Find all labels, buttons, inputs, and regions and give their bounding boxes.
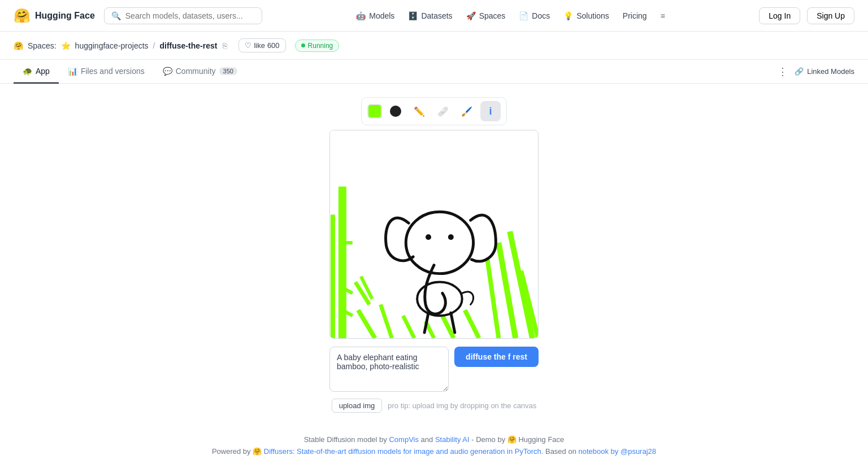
footer: Stable Diffusion model by CompVis and St… [198, 435, 670, 468]
footer-line2: Powered by 🤗 Diffusers: State-of-the-art… [212, 447, 656, 456]
info-icon: i [489, 106, 492, 117]
status-badge: Running [295, 40, 340, 52]
datasets-icon: 🗄️ [408, 11, 418, 20]
drawing-canvas[interactable] [329, 130, 539, 339]
search-input[interactable] [125, 11, 255, 20]
breadcrumb-owner-icon: ⭐ [61, 41, 71, 50]
eraser-icon: 🩹 [437, 106, 449, 117]
nav-spaces[interactable]: 🚀Spaces [466, 11, 506, 20]
community-tab-icon: 💬 [163, 67, 172, 76]
footer-and: and [419, 435, 435, 444]
footer-prefix: Stable Diffusion model by [304, 435, 389, 444]
linked-models-button[interactable]: 🔗 Linked Models [795, 67, 854, 76]
signup-button[interactable]: Sign Up [807, 7, 854, 24]
footer-line1: Stable Diffusion model by CompVis and St… [212, 435, 656, 444]
docs-icon: 📄 [519, 11, 528, 20]
nav-links: 🤖Models 🗄️Datasets 🚀Spaces 📄Docs 💡Soluti… [356, 11, 665, 20]
nav-left: 🤗 Hugging Face 🔍 [14, 7, 262, 24]
pencil-tool[interactable]: ✏️ [409, 101, 429, 121]
diffuse-button[interactable]: diffuse the f rest [454, 347, 539, 367]
diffusers-link[interactable]: Diffusers: State-of-the-art diffusion mo… [264, 447, 541, 456]
pencil-icon: ✏️ [414, 106, 425, 117]
tab-app[interactable]: 🐢 App [14, 60, 59, 84]
upload-tip: pro tip: upload img by dropping on the c… [388, 401, 536, 410]
search-icon: 🔍 [111, 11, 121, 20]
status-text: Running [308, 42, 333, 50]
notebook-link[interactable]: notebook by @psuraj28 [579, 447, 657, 456]
dark-color-circle [390, 106, 401, 117]
link-icon: 🔗 [795, 67, 804, 76]
heart-icon: ♡ [245, 41, 251, 50]
compvis-link[interactable]: CompVis [389, 435, 419, 444]
eraser-tool[interactable]: 🩹 [433, 101, 453, 121]
prompt-area: A baby elephant eating bamboo, photo-rea… [329, 347, 539, 392]
brush-icon: 🖌️ [461, 106, 472, 117]
color-green-swatch[interactable] [367, 104, 382, 119]
app-tab-icon: 🐢 [23, 67, 32, 76]
upload-row: upload img pro tip: upload img by droppi… [332, 399, 537, 413]
nav-pricing[interactable]: Pricing [623, 11, 647, 20]
prompt-input[interactable]: A baby elephant eating bamboo, photo-rea… [329, 347, 449, 392]
community-badge: 350 [219, 67, 237, 75]
like-button[interactable]: ♡ like 600 [238, 38, 285, 53]
footer-based: . Based on [541, 447, 579, 456]
tabs-bar: 🐢 App 📊 Files and versions 💬 Community 3… [0, 60, 868, 84]
search-box[interactable]: 🔍 [104, 7, 262, 24]
stability-link[interactable]: Stability AI [435, 435, 470, 444]
nav-docs[interactable]: 📄Docs [519, 11, 550, 20]
spaces-icon: 🤗 [14, 41, 23, 50]
svg-point-19 [426, 234, 431, 240]
breadcrumb-repo: diffuse-the-rest [159, 41, 217, 50]
canvas-svg [330, 130, 538, 338]
nav-datasets[interactable]: 🗄️Datasets [408, 11, 452, 20]
logo-emoji: 🤗 [14, 8, 31, 24]
main-content: ✏️ 🩹 🖌️ i [0, 84, 868, 468]
breadcrumb-owner[interactable]: huggingface-projects [75, 41, 149, 50]
models-icon: 🤖 [356, 11, 366, 20]
svg-rect-0 [330, 130, 538, 338]
brush-tool[interactable]: 🖌️ [457, 101, 477, 121]
running-dot [301, 43, 305, 47]
solutions-icon: 💡 [563, 11, 573, 20]
copy-icon[interactable]: ⎘ [223, 41, 227, 50]
spaces-icon: 🚀 [466, 11, 476, 20]
navbar: 🤗 Hugging Face 🔍 🤖Models 🗄️Datasets 🚀Spa… [0, 0, 868, 32]
nav-solutions[interactable]: 💡Solutions [563, 11, 609, 20]
svg-point-20 [448, 234, 454, 240]
footer-demo: - Demo by 🤗 Hugging Face [470, 435, 565, 444]
breadcrumb-separator: / [153, 41, 155, 50]
breadcrumb-spaces[interactable]: Spaces: [28, 41, 57, 50]
info-tool[interactable]: i [480, 101, 501, 121]
like-label: like [254, 41, 265, 50]
tabs-right: ⋮ 🔗 Linked Models [778, 65, 854, 78]
like-count: 600 [267, 41, 280, 50]
nav-auth: Log In Sign Up [759, 7, 854, 24]
tab-files[interactable]: 📊 Files and versions [59, 60, 154, 84]
drawing-toolbar: ✏️ 🩹 🖌️ i [361, 97, 507, 125]
color-dark-button[interactable] [385, 101, 406, 121]
login-button[interactable]: Log In [759, 7, 800, 24]
logo[interactable]: 🤗 Hugging Face [14, 8, 95, 24]
nav-models[interactable]: 🤖Models [356, 11, 394, 20]
nav-more-icon[interactable]: ≡ [661, 11, 665, 20]
files-tab-icon: 📊 [68, 67, 77, 76]
breadcrumb: 🤗 Spaces: ⭐ huggingface-projects / diffu… [0, 32, 868, 60]
more-options-icon[interactable]: ⋮ [778, 65, 788, 78]
logo-text: Hugging Face [35, 11, 95, 21]
tab-community[interactable]: 💬 Community 350 [154, 60, 246, 84]
upload-button[interactable]: upload img [332, 399, 383, 413]
footer-powered: Powered by 🤗 [212, 447, 264, 456]
